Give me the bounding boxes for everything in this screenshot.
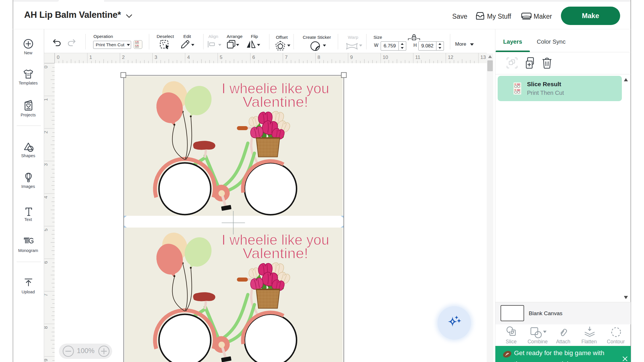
svg-text:4: 4 bbox=[187, 55, 190, 60]
svg-text:10: 10 bbox=[383, 55, 388, 60]
svg-text:1: 1 bbox=[44, 98, 49, 101]
svg-text:0: 0 bbox=[44, 66, 49, 68]
svg-text:2: 2 bbox=[44, 131, 49, 133]
svg-text:12: 12 bbox=[448, 55, 453, 60]
svg-text:5: 5 bbox=[44, 228, 49, 231]
svg-text:3: 3 bbox=[155, 55, 157, 60]
svg-text:11: 11 bbox=[415, 55, 420, 60]
svg-text:7: 7 bbox=[285, 55, 288, 60]
svg-text:7: 7 bbox=[44, 294, 49, 296]
svg-text:4: 4 bbox=[44, 196, 49, 199]
svg-text:9: 9 bbox=[44, 359, 49, 361]
svg-text:8: 8 bbox=[44, 326, 49, 329]
svg-text:0: 0 bbox=[57, 55, 60, 60]
svg-text:8: 8 bbox=[317, 55, 320, 60]
svg-text:9: 9 bbox=[350, 55, 353, 60]
svg-text:1: 1 bbox=[89, 55, 92, 60]
svg-text:5: 5 bbox=[220, 55, 222, 60]
svg-text:6: 6 bbox=[252, 55, 255, 60]
svg-text:3: 3 bbox=[44, 163, 49, 166]
svg-text:6: 6 bbox=[44, 261, 49, 264]
svg-text:13: 13 bbox=[480, 55, 486, 60]
svg-text:2: 2 bbox=[122, 55, 124, 60]
